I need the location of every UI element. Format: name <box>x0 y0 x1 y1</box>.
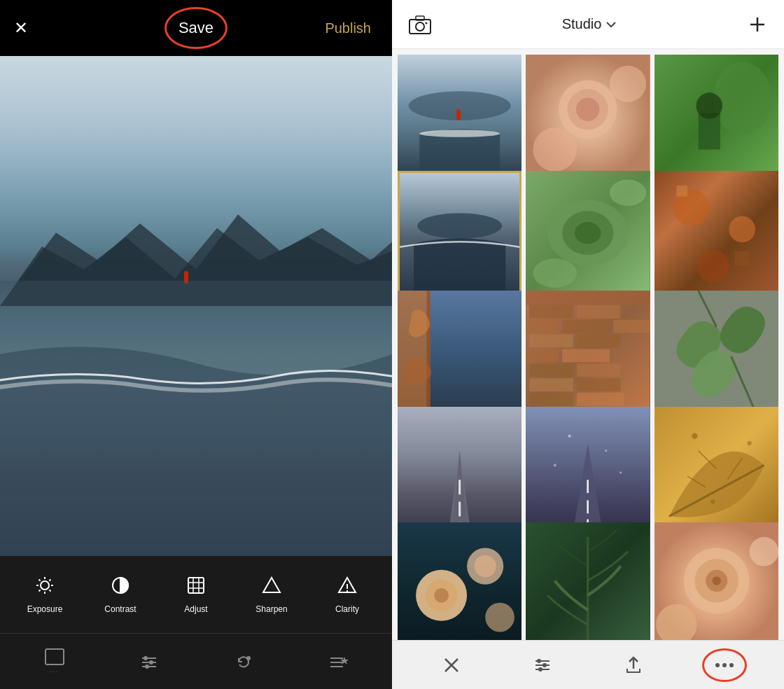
photo-14-img <box>526 522 650 640</box>
svg-point-107 <box>692 433 697 438</box>
svg-point-132 <box>538 667 542 671</box>
tool-contrast[interactable]: Contrast <box>96 576 145 614</box>
svg-point-108 <box>710 499 715 503</box>
svg-rect-77 <box>530 335 574 348</box>
left-panel: ✕ Save ✕ Publish <box>0 0 392 689</box>
photo-thumb-13[interactable] <box>398 522 522 640</box>
contrast-icon <box>111 576 130 599</box>
studio-dropdown[interactable]: Studio <box>562 16 617 32</box>
photo-thumb-6[interactable] <box>654 171 778 295</box>
right-bottom-bar <box>392 640 784 689</box>
close-button[interactable]: ✕ <box>14 20 28 36</box>
tool-exposure[interactable]: Exposure <box>20 576 69 614</box>
svg-point-99 <box>606 450 608 452</box>
publish-button[interactable]: ✕ Publish <box>325 20 371 36</box>
photo-thumb-4[interactable] <box>398 171 522 295</box>
svg-point-28 <box>145 664 149 669</box>
svg-rect-79 <box>526 349 559 363</box>
wave-svg <box>0 354 392 396</box>
photo-thumb-10[interactable] <box>398 407 522 531</box>
contrast-label: Contrast <box>104 604 136 614</box>
clarity-label: Clarity <box>335 604 359 614</box>
chevron-down-icon <box>606 20 617 29</box>
save-label: Save <box>178 19 214 36</box>
photo-thumb-12[interactable] <box>654 407 778 531</box>
photo-thumb-9[interactable] <box>654 291 778 415</box>
svg-rect-13 <box>188 578 204 593</box>
sharpen-label: Sharpen <box>255 604 287 614</box>
photo-thumb-11[interactable] <box>526 407 650 531</box>
water-svg <box>0 281 392 556</box>
svg-point-59 <box>533 258 578 288</box>
svg-point-116 <box>485 603 514 632</box>
svg-rect-78 <box>577 335 621 348</box>
photo-thumb-3[interactable] <box>654 55 778 179</box>
svg-rect-80 <box>562 349 610 363</box>
frames-dots: ··· <box>50 669 59 675</box>
svg-point-47 <box>533 127 578 172</box>
photo-12-img <box>654 407 778 531</box>
history-tool[interactable] <box>233 653 254 671</box>
photo-15-img <box>654 522 778 640</box>
filters-tool[interactable] <box>139 653 160 671</box>
photo-thumb-15[interactable] <box>654 522 778 640</box>
photo-8-img <box>526 291 650 415</box>
frames-tool[interactable]: ··· <box>44 648 65 675</box>
svg-rect-22 <box>46 649 64 664</box>
edit-filters-button[interactable] <box>527 650 558 681</box>
adjust-label: Adjust <box>184 604 207 614</box>
svg-line-10 <box>49 579 50 580</box>
svg-rect-73 <box>577 305 621 319</box>
svg-point-100 <box>554 464 556 466</box>
svg-rect-81 <box>530 363 574 377</box>
svg-point-101 <box>620 471 622 473</box>
svg-point-41 <box>419 130 500 137</box>
photo-3-img <box>654 55 778 179</box>
photo-thumb-2[interactable] <box>526 55 650 179</box>
save-button[interactable]: Save <box>178 19 214 37</box>
share-button[interactable] <box>618 650 649 681</box>
svg-point-122 <box>712 577 721 586</box>
photo-4-img <box>400 173 519 293</box>
camera-button[interactable] <box>406 11 434 39</box>
studio-title: Studio <box>562 16 602 32</box>
svg-line-11 <box>39 590 41 591</box>
svg-point-26 <box>144 656 148 660</box>
photo-5-img <box>526 171 650 295</box>
left-header: ✕ Save ✕ Publish <box>0 0 392 56</box>
svg-point-113 <box>434 588 449 603</box>
photo-thumb-8[interactable] <box>526 291 650 415</box>
tool-clarity[interactable]: Clarity <box>323 576 372 614</box>
svg-point-115 <box>475 555 496 577</box>
adjust-icon <box>186 576 206 599</box>
svg-point-64 <box>696 249 729 281</box>
svg-rect-66 <box>734 251 749 265</box>
svg-rect-76 <box>614 320 650 333</box>
svg-rect-69 <box>427 291 430 415</box>
photo-thumb-7[interactable] <box>398 291 522 415</box>
svg-point-109 <box>747 441 751 445</box>
close-button-right[interactable] <box>436 650 467 681</box>
add-button[interactable] <box>745 12 770 37</box>
starred-icon <box>328 653 349 671</box>
sharpen-icon <box>262 576 281 599</box>
more-dots-icon <box>715 660 734 670</box>
photo-9-img <box>654 291 778 415</box>
svg-point-124 <box>749 537 778 566</box>
more-options-button[interactable] <box>709 650 740 681</box>
svg-rect-82 <box>577 363 621 377</box>
tool-sharpen[interactable]: Sharpen <box>247 576 296 614</box>
photo-10-img <box>398 407 522 531</box>
svg-point-131 <box>542 663 547 667</box>
svg-point-52 <box>696 92 722 119</box>
camera-icon <box>409 13 431 36</box>
exposure-label: Exposure <box>27 604 63 614</box>
tool-adjust[interactable]: Adjust <box>172 576 220 614</box>
starred-tool[interactable] <box>328 653 349 671</box>
svg-point-46 <box>576 98 599 121</box>
svg-point-60 <box>610 179 646 206</box>
tools-bar: Exposure Contrast Adjust <box>0 556 392 633</box>
photo-thumb-5[interactable] <box>526 171 650 295</box>
photo-thumb-14[interactable] <box>526 522 650 640</box>
photo-thumb-1[interactable] <box>398 55 522 179</box>
